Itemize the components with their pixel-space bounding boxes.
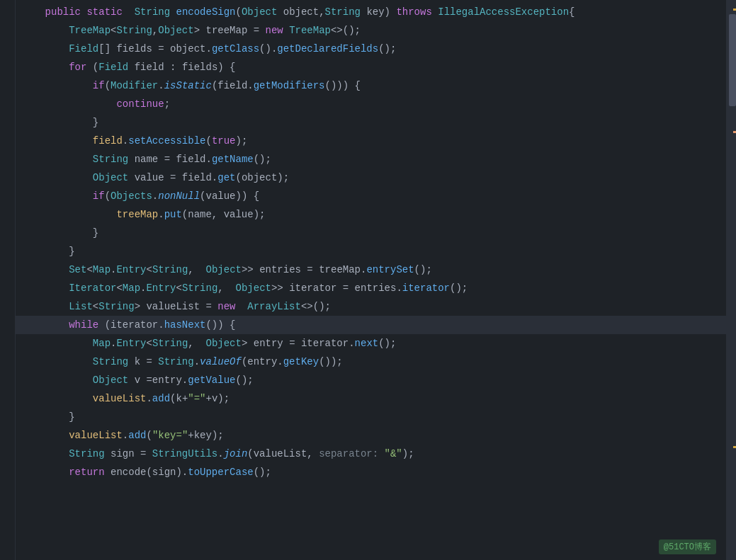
code-token: (). — [259, 40, 277, 58]
code-token: Iterator — [69, 279, 116, 297]
code-line: valueList.add(k+"="+v); — [16, 389, 726, 408]
code-token: (object); — [236, 168, 290, 187]
code-token: Map — [93, 334, 111, 353]
code-token: , — [217, 279, 235, 297]
code-token: String — [158, 353, 193, 371]
code-token: true — [212, 132, 236, 150]
code-token: . — [123, 132, 128, 150]
code-token: if — [93, 187, 105, 205]
code-token: } — [21, 408, 75, 426]
code-token: "&" — [385, 445, 402, 463]
code-line: String k = String.valueOf(entry.getKey()… — [16, 353, 726, 371]
code-line: String sign = StringUtils.join(valueList… — [16, 445, 726, 463]
code-line: Set<Map.Entry<String, Object>> entries =… — [16, 261, 726, 279]
code-line: TreeMap<String,Object> treeMap = new Tre… — [16, 21, 726, 40]
code-token: <>() — [331, 21, 355, 40]
code-token: setAccessible — [128, 132, 205, 150]
watermark: @51CTO博客 — [659, 539, 716, 554]
code-token: Object — [236, 279, 271, 297]
code-token: ArrayList — [247, 297, 301, 316]
code-line: Iterator<Map.Entry<String, Object>> iter… — [16, 279, 726, 297]
code-token: ; — [164, 95, 170, 113]
code-token: } — [21, 224, 98, 242]
code-token: (value)) { — [200, 187, 259, 205]
code-token: < — [93, 297, 98, 316]
code-token: new — [217, 297, 235, 316]
code-line: Map.Entry<String, Object> entry = iterat… — [16, 334, 726, 353]
code-token: StringUtils — [152, 445, 217, 463]
code-token: put — [164, 205, 182, 224]
code-token: ( — [105, 187, 111, 205]
code-token: ( — [146, 426, 152, 445]
code-token — [21, 261, 69, 279]
code-token: key) — [361, 3, 396, 21]
code-token: ; — [325, 297, 331, 316]
code-token: valueList — [93, 389, 147, 408]
scrollbar-thumb[interactable] — [729, 14, 736, 106]
code-token: (name, value); — [182, 205, 266, 224]
code-token: v =entry. — [128, 371, 188, 389]
code-token: (field. — [212, 76, 254, 95]
code-token: [] fields = object. — [98, 40, 212, 58]
code-token: . — [111, 261, 116, 279]
code-token: nonNull — [158, 187, 200, 205]
code-token: String — [98, 297, 134, 316]
code-token: } — [21, 113, 98, 132]
code-token: if — [93, 76, 105, 95]
code-token: throws — [396, 3, 431, 21]
code-token — [236, 297, 248, 316]
code-line: List<String> valueList = new ArrayList<>… — [16, 297, 726, 316]
code-token — [21, 76, 93, 95]
code-token — [21, 3, 45, 21]
code-token: , — [152, 21, 158, 40]
code-token: Entry — [116, 334, 146, 353]
code-token: . — [140, 279, 146, 297]
code-token: String — [69, 445, 104, 463]
code-line: } — [16, 242, 726, 261]
code-token: . — [158, 76, 164, 95]
code-line: Object v =entry.getValue(); — [16, 371, 726, 389]
code-token — [21, 168, 93, 187]
code-token: List — [69, 297, 93, 316]
code-content: public static String encodeSign(Object o… — [16, 0, 726, 560]
code-token: +key); — [188, 426, 223, 445]
code-token: +v); — [206, 389, 230, 408]
code-token: "key=" — [152, 426, 188, 445]
code-token: getDeclaredFields — [277, 40, 378, 58]
code-token: ( — [236, 3, 242, 21]
code-token — [21, 187, 93, 205]
code-token — [21, 21, 69, 40]
vertical-scrollbar[interactable]: ▶ ▶ ▶ ▶ ▶ ▶ — [726, 0, 736, 560]
code-token: Entry — [146, 279, 176, 297]
code-token: . — [146, 389, 152, 408]
code-line: } — [16, 408, 726, 426]
code-token: Object — [242, 3, 277, 21]
code-token: > valueList = — [135, 297, 218, 316]
code-token: . — [123, 426, 128, 445]
code-token: < — [111, 21, 116, 40]
code-token: Field — [69, 40, 98, 58]
code-token — [21, 316, 69, 334]
code-token: { — [569, 3, 574, 21]
code-token: toUpperCase — [188, 463, 253, 481]
code-line: public static String encodeSign(Object o… — [16, 3, 726, 21]
scroll-marker-1 — [733, 8, 736, 11]
code-token: Object — [93, 371, 128, 389]
code-token: < — [146, 261, 152, 279]
code-line: if(Modifier.isStatic(field.getModifiers(… — [16, 76, 726, 95]
code-token: ()); — [319, 353, 343, 371]
code-line: String name = field.getName(); — [16, 150, 726, 168]
code-token: Object — [158, 21, 193, 40]
code-token: String — [152, 261, 188, 279]
code-token: String — [116, 21, 152, 40]
code-token: . — [152, 187, 158, 205]
scroll-marker-4 — [733, 446, 736, 448]
code-token: value = field. — [128, 168, 217, 187]
code-token — [21, 297, 69, 316]
code-token: < — [86, 261, 92, 279]
code-token: join — [224, 445, 248, 463]
code-token: String — [93, 150, 128, 168]
code-token: object, — [277, 3, 324, 21]
code-token: . — [217, 445, 223, 463]
code-token — [21, 371, 93, 389]
